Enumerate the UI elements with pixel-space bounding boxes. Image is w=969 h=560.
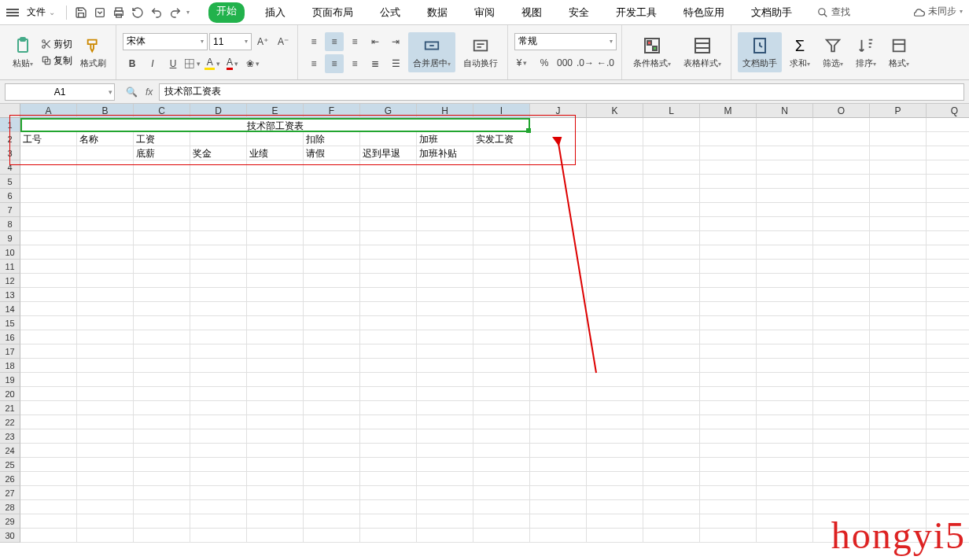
cell[interactable] [757,514,813,529]
cell[interactable] [700,217,757,231]
cell[interactable] [304,458,360,472]
cell[interactable] [77,344,134,359]
cell[interactable] [870,344,927,359]
cell[interactable] [247,401,304,415]
cell[interactable] [134,486,190,500]
cell[interactable] [813,486,870,500]
cell[interactable] [247,175,304,189]
cell[interactable] [813,344,870,359]
cell[interactable] [530,316,587,330]
cell[interactable] [247,429,304,444]
cell[interactable] [77,429,134,444]
cell[interactable] [190,274,247,288]
cell[interactable] [700,302,757,316]
cell[interactable] [643,472,700,486]
cell[interactable] [134,175,190,189]
increase-font-icon[interactable]: A⁺ [253,32,272,51]
print-icon[interactable] [111,5,127,20]
cell[interactable] [927,344,969,359]
row-header[interactable]: 15 [0,316,20,330]
cell[interactable] [757,245,813,260]
undo-icon[interactable] [149,5,164,20]
cell[interactable] [813,458,870,472]
cell[interactable] [247,302,304,316]
cell[interactable] [530,118,587,132]
cell[interactable] [587,444,643,458]
column-header[interactable]: N [757,104,813,118]
cell[interactable] [360,217,417,231]
cell[interactable] [360,344,417,359]
cell[interactable] [77,514,134,529]
cell[interactable] [190,245,247,260]
sum-button[interactable]: Σ 求和▾ [785,32,815,72]
cell[interactable] [360,132,417,146]
cell[interactable] [360,245,417,260]
cell[interactable] [417,189,473,203]
column-header[interactable]: C [134,104,190,118]
cell[interactable] [587,415,643,429]
cell[interactable]: 加班补贴 [417,146,473,160]
cell[interactable] [757,344,813,359]
cell[interactable] [304,387,360,401]
cell[interactable] [77,373,134,387]
cell[interactable] [813,189,870,203]
cell[interactable] [190,288,247,302]
cell[interactable] [927,160,969,175]
cell[interactable] [134,245,190,260]
cell[interactable] [304,217,360,231]
cell[interactable] [360,529,417,543]
cell[interactable] [757,373,813,387]
cell[interactable] [700,288,757,302]
fill-handle[interactable] [526,128,531,133]
cell[interactable] [304,175,360,189]
cell[interactable] [190,175,247,189]
cell[interactable] [643,231,700,245]
cell[interactable] [870,118,927,132]
cell[interactable] [77,458,134,472]
row-header[interactable]: 13 [0,288,20,302]
cell[interactable] [20,189,77,203]
cell[interactable] [927,231,969,245]
cell[interactable] [530,175,587,189]
cell[interactable] [190,316,247,330]
cell[interactable]: 迟到早退 [360,146,417,160]
cell[interactable] [700,274,757,288]
cell[interactable] [473,146,530,160]
cell[interactable] [927,260,969,274]
tab-formulas[interactable]: 公式 [374,2,407,23]
align-bottom-icon[interactable]: ≡ [345,32,364,51]
cell[interactable] [643,160,700,175]
cell[interactable] [757,359,813,373]
font-name-select[interactable]: 宋体▾ [123,33,208,50]
cell[interactable] [360,302,417,316]
cell[interactable] [304,500,360,514]
cell[interactable] [20,344,77,359]
cell[interactable] [20,486,77,500]
cell[interactable] [20,203,77,217]
cell[interactable] [77,387,134,401]
cell[interactable] [77,175,134,189]
row-header[interactable]: 20 [0,387,20,401]
cell[interactable] [927,118,969,132]
cell[interactable] [473,344,530,359]
cell[interactable] [927,458,969,472]
cell[interactable] [700,231,757,245]
cell[interactable] [757,189,813,203]
cell[interactable] [587,302,643,316]
cell[interactable] [473,444,530,458]
cell[interactable] [473,472,530,486]
cut-button[interactable]: 剪切 [41,38,72,51]
cell[interactable] [700,472,757,486]
tab-special[interactable]: 特色应用 [677,2,731,23]
cell[interactable] [643,260,700,274]
cell[interactable] [643,189,700,203]
cell[interactable] [757,500,813,514]
tab-page-layout[interactable]: 页面布局 [306,2,359,23]
align-top-icon[interactable]: ≡ [304,32,323,51]
align-right-icon[interactable]: ≡ [345,54,364,73]
cell[interactable] [757,387,813,401]
cell[interactable] [20,316,77,330]
cell[interactable] [304,160,360,175]
cell[interactable] [134,387,190,401]
justify-icon[interactable]: ≣ [366,54,385,73]
